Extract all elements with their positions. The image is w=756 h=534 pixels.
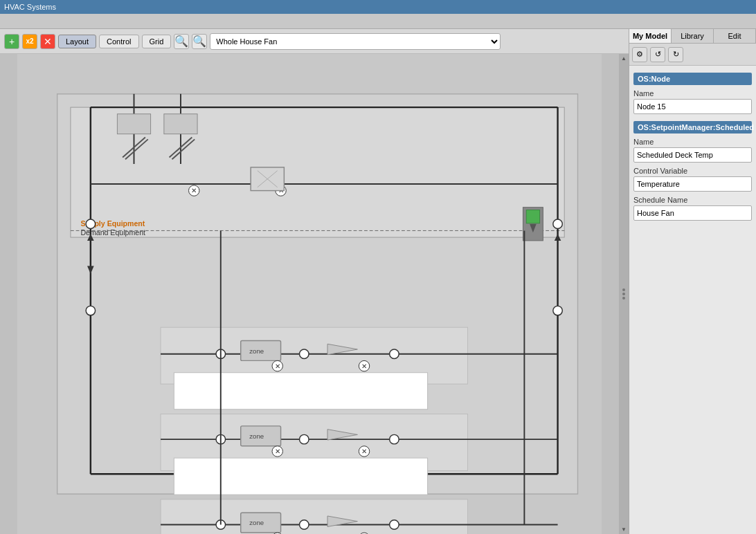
svg-point-40 bbox=[390, 349, 399, 358]
svg-text:zone: zone bbox=[249, 519, 264, 526]
setpoint-manager-section-header: OS:SetpointManager:Scheduled bbox=[633, 121, 752, 134]
setpoint-name-label: Name bbox=[633, 138, 752, 146]
right-panel: My Model Library Edit ⚙ ↺ ↻ OS:Node Name… bbox=[629, 29, 756, 534]
diagram-canvas[interactable]: Supply Equipment Demand Equipment bbox=[0, 54, 619, 534]
svg-point-52 bbox=[300, 434, 309, 443]
svg-text:✕: ✕ bbox=[361, 362, 367, 370]
control-variable-input[interactable] bbox=[633, 176, 752, 192]
properties-panel: OS:Node Name OS:SetpointManager:Schedule… bbox=[629, 66, 756, 534]
grid-button[interactable]: Grid bbox=[142, 35, 172, 48]
svg-text:✕: ✕ bbox=[191, 187, 197, 194]
rotate-right-icon: ↻ bbox=[673, 50, 679, 59]
app-title: HVAC Systems bbox=[4, 3, 56, 11]
add-button[interactable]: + bbox=[4, 34, 19, 49]
control-button[interactable]: Control bbox=[99, 35, 138, 48]
svg-point-65 bbox=[300, 520, 309, 529]
zoom-out-button[interactable]: 🔍 bbox=[192, 34, 207, 49]
tab-library[interactable]: Library bbox=[672, 29, 714, 43]
svg-text:✕: ✕ bbox=[275, 448, 280, 455]
svg-point-13 bbox=[553, 306, 562, 315]
svg-rect-20 bbox=[164, 114, 197, 134]
svg-rect-48 bbox=[174, 373, 427, 409]
main-layout: + x2 ✕ Layout Control Grid 🔍 🔍 Whole Hou… bbox=[0, 29, 756, 534]
setpoint-name-input[interactable] bbox=[633, 147, 752, 163]
panel-collapse[interactable] bbox=[622, 288, 625, 300]
rotate-left-button[interactable]: ↺ bbox=[650, 47, 665, 62]
schedule-name-input[interactable] bbox=[633, 205, 752, 221]
control-variable-label: Control Variable bbox=[633, 167, 752, 175]
svg-point-11 bbox=[86, 306, 95, 315]
tab-edit[interactable]: Edit bbox=[714, 29, 756, 43]
right-panel-tabs: My Model Library Edit bbox=[629, 29, 756, 44]
svg-rect-62 bbox=[161, 499, 467, 534]
os-node-section-header: OS:Node bbox=[633, 73, 752, 85]
node-name-input[interactable] bbox=[633, 99, 752, 114]
node-name-label: Name bbox=[633, 89, 752, 98]
svg-point-10 bbox=[86, 219, 95, 228]
scroll-up[interactable]: ▲ bbox=[621, 55, 627, 62]
toolbar: + x2 ✕ Layout Control Grid 🔍 🔍 Whole Hou… bbox=[0, 29, 629, 54]
svg-point-39 bbox=[300, 349, 309, 358]
right-panel-toolbar: ⚙ ↺ ↻ bbox=[629, 44, 756, 66]
title-bar: HVAC Systems bbox=[0, 0, 756, 14]
svg-point-12 bbox=[553, 219, 562, 228]
gear-icon-button[interactable]: ⚙ bbox=[632, 47, 647, 62]
svg-text:✕: ✕ bbox=[275, 362, 280, 370]
zoom-in-button[interactable]: 🔍 bbox=[174, 34, 189, 49]
system-dropdown[interactable]: Whole House Fan bbox=[210, 33, 501, 50]
svg-rect-19 bbox=[117, 114, 150, 134]
svg-text:zone: zone bbox=[249, 347, 264, 355]
svg-text:zone: zone bbox=[249, 432, 264, 440]
remove-button[interactable]: ✕ bbox=[40, 34, 55, 49]
svg-point-53 bbox=[390, 434, 399, 443]
schedule-name-label: Schedule Name bbox=[633, 196, 752, 204]
tab-my-model[interactable]: My Model bbox=[629, 29, 672, 43]
rotate-right-button[interactable]: ↻ bbox=[668, 47, 683, 62]
rotate-left-icon: ↺ bbox=[655, 50, 661, 59]
svg-text:✕: ✕ bbox=[361, 448, 367, 455]
scroll-bar[interactable]: ▲ ▼ bbox=[619, 54, 629, 534]
layout-button[interactable]: Layout bbox=[58, 35, 96, 48]
tab-bar: My Model bbox=[0, 14, 756, 29]
x2-button[interactable]: x2 bbox=[22, 34, 37, 49]
canvas-area: + x2 ✕ Layout Control Grid 🔍 🔍 Whole Hou… bbox=[0, 29, 629, 534]
svg-rect-34 bbox=[526, 210, 539, 223]
svg-point-66 bbox=[390, 520, 399, 529]
svg-rect-61 bbox=[174, 458, 427, 495]
scroll-down[interactable]: ▼ bbox=[621, 526, 627, 533]
gear-icon: ⚙ bbox=[636, 50, 643, 59]
